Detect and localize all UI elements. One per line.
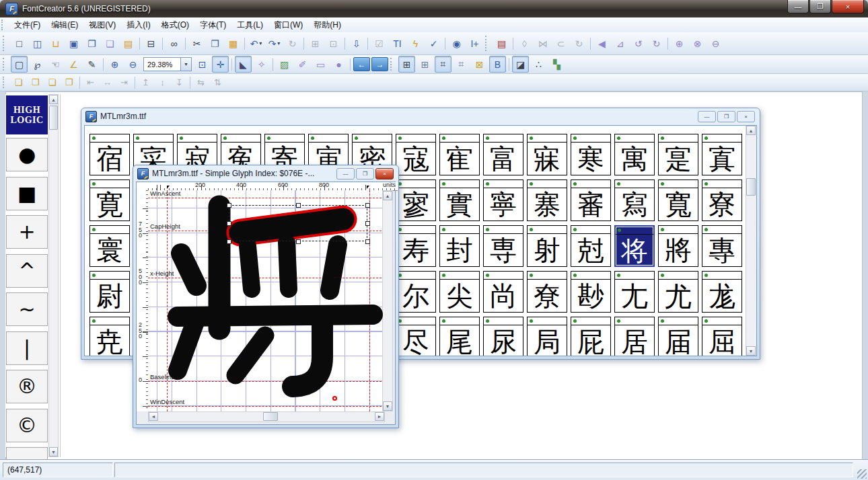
insert-character-icon[interactable]: I+	[466, 35, 483, 52]
selection-handle[interactable]	[227, 221, 231, 226]
glyph-cell[interactable]: 寉	[439, 134, 480, 175]
toolbar-grip[interactable]	[485, 36, 490, 51]
glyph-cell[interactable]: 寛	[89, 179, 130, 221]
child-close-button[interactable]: ×	[375, 168, 394, 179]
menubar-grip[interactable]	[1, 19, 6, 30]
zoom-fit-icon[interactable]: ✛	[212, 56, 229, 73]
knife-tool-icon[interactable]: ✎	[83, 56, 100, 73]
glyph-cell[interactable]: 尤	[658, 271, 698, 313]
glyph-cell[interactable]: 寘	[702, 134, 742, 175]
background-image-icon[interactable]: ▨	[276, 56, 293, 73]
selection-rectangle[interactable]	[229, 205, 367, 241]
draw-ellipse-icon[interactable]: ●	[330, 56, 347, 73]
glyph-cell[interactable]: 尨	[702, 271, 742, 313]
glyph-cell[interactable]: 尅	[571, 225, 611, 267]
previous-glyph-icon[interactable]: ←	[353, 57, 370, 71]
window-titlebar[interactable]: F FontCreator 5.6 (UNREGISTERED) — ❐ ×	[0, 0, 868, 17]
glyph-cell[interactable]: 寐	[527, 134, 567, 175]
intersect-contours-icon[interactable]: ⊗	[689, 35, 706, 52]
close-font-icon[interactable]: ▤	[120, 35, 137, 52]
overview-scrollbar[interactable]: ▲ ▼	[746, 126, 756, 356]
selection-handle[interactable]	[227, 203, 231, 208]
glyph-cell[interactable]: 寨	[527, 179, 567, 221]
print-icon[interactable]: ⊟	[143, 35, 159, 52]
import-font-icon[interactable]: ❐	[83, 35, 100, 52]
minimize-button[interactable]: —	[787, 0, 809, 13]
glyph-sample-tilde[interactable]: ~	[6, 292, 48, 326]
move-forward-icon[interactable]: ❏	[44, 75, 60, 90]
show-points-icon[interactable]: ∴	[530, 56, 547, 73]
glyph-cell[interactable]: 射	[527, 225, 567, 267]
scroll-right-icon[interactable]: ►	[375, 412, 384, 421]
lock-guidelines-icon[interactable]: ⊠	[471, 56, 488, 73]
glyph-sample-plus[interactable]: +	[6, 215, 48, 249]
menu-item-view[interactable]: 视图(V)	[83, 18, 121, 32]
draw-contour-icon[interactable]: ✐	[294, 56, 311, 73]
menu-item-edit[interactable]: 编辑(E)	[46, 18, 83, 32]
zoom-level-combobox[interactable]: 29.38%▼	[143, 57, 192, 71]
glyph-edit-window[interactable]: F MTLmr3m.ttf - Simple Glyph Index: $076…	[133, 165, 399, 428]
selection-handle[interactable]	[365, 203, 370, 208]
glyph-cell[interactable]: 寬	[658, 179, 698, 221]
child-close-button[interactable]: ×	[737, 111, 755, 122]
glyph-cell[interactable]: 尾	[439, 317, 480, 356]
export-font-icon[interactable]: ❏	[102, 35, 118, 52]
menu-item-font[interactable]: 字体(T)	[194, 18, 231, 32]
toolbar-grip[interactable]	[390, 58, 395, 71]
glyph-cell[interactable]: 尖	[439, 271, 480, 313]
left-bearing-marker[interactable]	[167, 186, 170, 189]
draw-rectangle-icon[interactable]: ▭	[312, 56, 329, 73]
glyph-sample-circumflex[interactable]: ^	[6, 254, 48, 288]
glyph-cell[interactable]: 尢	[614, 271, 655, 313]
redo-icon[interactable]: ↷▾	[266, 35, 283, 52]
contour-mode-icon[interactable]: ◣	[235, 56, 252, 73]
child-restore-button[interactable]: ❐	[356, 168, 374, 179]
glyph-cell[interactable]: 尚	[483, 271, 523, 313]
snap-to-grid-icon[interactable]: ⊞	[417, 56, 433, 73]
scroll-down-icon[interactable]: ▼	[49, 447, 58, 456]
menu-item-tools[interactable]: 工具(L)	[231, 18, 268, 32]
scrollbar-thumb[interactable]	[263, 412, 278, 421]
flip-vertical-icon[interactable]: ⊿	[612, 35, 628, 52]
toolbar-grip[interactable]	[3, 77, 7, 89]
menu-item-help[interactable]: 帮助(H)	[308, 18, 347, 32]
zoom-to-selection-icon[interactable]: ⊡	[194, 56, 211, 73]
show-guidelines-icon[interactable]: ⌗	[435, 56, 451, 73]
zoom-out-icon[interactable]: ⊖	[124, 56, 141, 73]
glyph-cell[interactable]: 寿	[396, 225, 436, 267]
scrollbar-thumb[interactable]	[746, 178, 756, 196]
glyph-cell[interactable]: 居	[614, 317, 655, 356]
glyph-cell[interactable]: 寮	[702, 179, 742, 221]
lasso-tool-icon[interactable]: ℘	[29, 56, 46, 73]
overview-window-titlebar[interactable]: F MTLmr3m.ttf	[81, 108, 760, 124]
paste-icon[interactable]: ▦	[225, 35, 242, 52]
child-restore-button[interactable]: ❐	[717, 111, 735, 122]
open-font-icon[interactable]: ⊔	[47, 35, 64, 52]
measure-tool-icon[interactable]: ∠	[65, 56, 82, 73]
glyph-cell[interactable]: 尿	[483, 317, 523, 356]
reference-point[interactable]	[332, 396, 337, 401]
glyph-cell[interactable]: 富	[483, 134, 523, 175]
rotate-clockwise-icon[interactable]: ↻	[648, 35, 665, 52]
glyph-cell-selected[interactable]: 将	[614, 225, 655, 267]
glyph-cell[interactable]: 専	[483, 225, 523, 267]
save-font-icon[interactable]: ▣	[65, 35, 82, 52]
new-from-template-icon[interactable]: ◫	[29, 35, 46, 52]
pan-tool-icon[interactable]: ☜	[47, 56, 64, 73]
resize-grip[interactable]	[857, 469, 867, 479]
glyph-cell[interactable]: 宿	[89, 134, 130, 175]
glyph-cell[interactable]: 尔	[396, 271, 436, 313]
glyph-cell[interactable]: 尉	[89, 271, 130, 313]
glyph-cell[interactable]: 尠	[571, 271, 611, 313]
glyph-cell[interactable]: 寧	[483, 179, 523, 221]
glyph-cell[interactable]: 尞	[527, 271, 567, 313]
glyph-cell[interactable]: 局	[527, 317, 567, 356]
sample-panel-scrollbar[interactable]: ▲ ▼	[48, 94, 59, 457]
send-to-back-icon[interactable]: ❒	[28, 75, 43, 90]
glyph-sample-registered[interactable]: ®	[6, 370, 48, 403]
selection-handle[interactable]	[296, 239, 301, 244]
scroll-up-icon[interactable]: ▲	[49, 95, 58, 104]
child-minimize-button[interactable]: —	[336, 168, 355, 179]
dropdown-arrow-icon[interactable]: ▾	[277, 40, 280, 46]
show-bearings-icon[interactable]: B	[489, 56, 506, 73]
